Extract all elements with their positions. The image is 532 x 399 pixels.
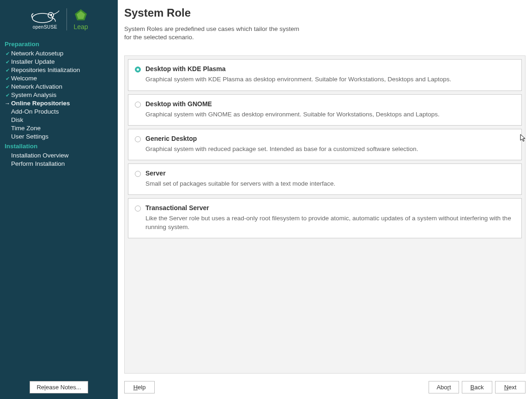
nav-item: Installation Overview (0, 151, 118, 160)
nav-item: ✔Installer Update (0, 58, 118, 66)
sidebar-footer: Release Notes... (0, 375, 118, 399)
nav-item: ✔Welcome (0, 74, 118, 83)
back-button[interactable]: Back (462, 381, 492, 393)
nav-item-label: Welcome (11, 74, 37, 83)
nav-item: ✔Network Autosetup (0, 49, 118, 58)
logo-area: openSUSE Leap (0, 0, 118, 37)
role-title: Transactional Server (145, 204, 515, 212)
role-body: Generic DesktopGraphical system with red… (145, 135, 515, 153)
check-icon: ✔ (5, 49, 10, 58)
back-rest: ack (474, 384, 484, 391)
role-body: Transactional ServerLike the Server role… (145, 204, 515, 231)
role-title: Desktop with GNOME (145, 100, 515, 108)
nav-item-label: Installation Overview (11, 151, 69, 160)
nav-item: Time Zone (0, 124, 118, 133)
abort-button[interactable]: Abort (429, 381, 459, 393)
role-description: Small set of packages suitable for serve… (145, 180, 515, 188)
nav-item-label: User Settings (11, 133, 48, 141)
role-title: Generic Desktop (145, 135, 515, 142)
help-button[interactable]: Help (124, 381, 155, 393)
role-description: Graphical system with GNOME as desktop e… (145, 110, 515, 119)
logo-divider (66, 8, 67, 30)
nav-item: ✔Repositories Initialization (0, 66, 118, 74)
leap-brand-text: Leap (73, 23, 88, 30)
nav-item-label: System Analysis (11, 91, 56, 99)
nav-item-label: Time Zone (11, 124, 41, 133)
nav-section-header: Installation (0, 141, 118, 151)
release-notes-button[interactable]: Release Notes... (30, 381, 88, 393)
check-icon: ✔ (5, 74, 10, 83)
next-rest: ext (508, 384, 516, 391)
help-mnemonic: H (133, 384, 138, 391)
blank-icon (5, 160, 10, 168)
nav-item-label: Disk (11, 116, 23, 124)
radio-icon[interactable] (135, 136, 141, 142)
nav-item: ✔Network Activation (0, 83, 118, 91)
leap-logo: Leap (73, 8, 88, 30)
abort-pre: Abo (436, 384, 447, 391)
help-rest: elp (138, 384, 145, 391)
blank-icon (5, 133, 10, 141)
blank-icon (5, 124, 10, 133)
abort-post: t (449, 384, 451, 391)
nav-item-label: Network Activation (11, 83, 62, 91)
arrow-right-icon: → (5, 99, 10, 108)
chameleon-icon (30, 10, 60, 24)
roles-container: Desktop with KDE PlasmaGraphical system … (124, 55, 526, 374)
nav-item-label: Add-On Products (11, 108, 59, 116)
blank-icon (5, 116, 10, 124)
nav-item: ✔System Analysis (0, 91, 118, 99)
role-option[interactable]: Desktop with KDE PlasmaGraphical system … (128, 59, 522, 91)
nav-item: →Online Repositories (0, 99, 118, 108)
next-button[interactable]: Next (495, 381, 526, 393)
nav-item: User Settings (0, 133, 118, 141)
role-description: Graphical system with reduced package se… (145, 145, 515, 153)
role-body: ServerSmall set of packages suitable for… (145, 169, 515, 188)
role-title: Desktop with KDE Plasma (145, 65, 515, 73)
blank-icon (5, 108, 10, 116)
page-title: System Role (124, 6, 526, 19)
radio-icon[interactable] (135, 102, 141, 108)
role-option[interactable]: Transactional ServerLike the Server role… (128, 198, 522, 238)
nav-item-label: Perform Installation (11, 160, 65, 168)
opensuse-logo: openSUSE (30, 10, 60, 30)
role-description: Like the Server role but uses a read-onl… (145, 214, 515, 231)
radio-icon[interactable] (135, 66, 141, 73)
blank-icon (5, 151, 10, 160)
check-icon: ✔ (5, 83, 10, 91)
leap-icon (74, 8, 88, 22)
radio-icon[interactable] (135, 206, 141, 212)
nav-item-label: Online Repositories (11, 99, 70, 108)
footer-bar: Help Abort Back Next (118, 377, 532, 399)
check-icon: ✔ (5, 91, 10, 99)
svg-point-2 (50, 14, 52, 16)
main-panel: System Role System Roles are predefined … (118, 0, 532, 399)
role-option[interactable]: Desktop with GNOMEGraphical system with … (128, 94, 522, 126)
nav-item-label: Network Autosetup (11, 49, 63, 58)
nav-item: Add-On Products (0, 108, 118, 116)
role-option[interactable]: ServerSmall set of packages suitable for… (128, 163, 522, 195)
back-mnemonic: B (471, 384, 475, 391)
radio-icon[interactable] (135, 171, 141, 177)
page-description: System Roles are predefined use cases wh… (124, 25, 420, 42)
nav-item: Perform Installation (0, 160, 118, 168)
role-description: Graphical system with KDE Plasma as desk… (145, 75, 515, 84)
check-icon: ✔ (5, 66, 10, 74)
next-mnemonic: N (504, 384, 508, 391)
nav-item-label: Repositories Initialization (11, 66, 80, 74)
role-body: Desktop with KDE PlasmaGraphical system … (145, 65, 515, 84)
nav-item: Disk (0, 116, 118, 124)
nav-item-label: Installer Update (11, 58, 55, 66)
sidebar: openSUSE Leap Preparation✔Network Autose… (0, 0, 118, 399)
nav-steps: Preparation✔Network Autosetup✔Installer … (0, 37, 118, 375)
content-area: System Role System Roles are predefined … (118, 0, 532, 377)
opensuse-brand-text: openSUSE (33, 24, 57, 30)
nav-section-header: Preparation (0, 39, 118, 49)
role-body: Desktop with GNOMEGraphical system with … (145, 100, 515, 119)
role-title: Server (145, 169, 515, 177)
check-icon: ✔ (5, 58, 10, 66)
role-option[interactable]: Generic DesktopGraphical system with red… (128, 129, 522, 160)
